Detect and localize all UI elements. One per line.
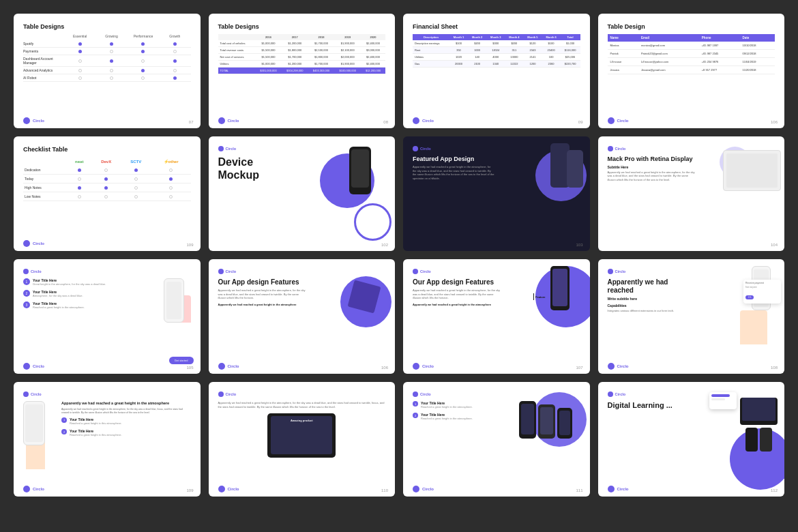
circlo-brand: Circlo xyxy=(615,269,626,274)
circlo-dot-icon xyxy=(218,146,224,151)
card-bottom-app-1[interactable]: Circlo Apparently we had reached a great… xyxy=(14,382,201,497)
footer-brand: Circlo xyxy=(422,364,434,368)
laptop-mockup xyxy=(723,150,781,191)
data-table: 2016 2017 2018 2019 2020 Total cost of v… xyxy=(218,34,386,74)
dot-filled xyxy=(141,50,145,53)
dot-filled xyxy=(78,42,82,46)
card-footer: Circlo xyxy=(413,486,434,492)
feature-item-1: 1 Your Title Here Great height in the at… xyxy=(23,278,153,286)
footer-logo xyxy=(413,363,419,370)
page-number: 104 xyxy=(771,243,778,247)
circlo-dot-icon xyxy=(23,269,29,274)
device-mockup-title: Device Mockup xyxy=(218,156,286,181)
page-number: 112 xyxy=(771,488,778,492)
feature-label: Feature xyxy=(533,293,545,300)
dot-filled xyxy=(141,69,145,72)
table-content: Essential Growing Performance Growth Spo… xyxy=(23,34,191,82)
page-number: 109 xyxy=(186,488,193,492)
footer-brand: Circlo xyxy=(33,487,44,491)
stats-card: Receive payment from anyone 1% xyxy=(743,280,781,304)
card-device-mockup[interactable]: Circlo Device Mockup 102 xyxy=(209,136,396,251)
page-number: 102 xyxy=(381,243,388,247)
footer-logo xyxy=(23,486,30,492)
layout: 1 Your Title Here Reached a great height… xyxy=(413,401,580,439)
footer-brand: Circlo xyxy=(33,119,44,123)
cta-button: Get started xyxy=(169,357,194,364)
footer-logo xyxy=(218,486,225,492)
card-table-designs-1[interactable]: Table Designs Essential Growing Performa… xyxy=(14,14,201,128)
slide-grid: Table Designs Essential Growing Performa… xyxy=(14,14,784,497)
footer-logo xyxy=(413,117,419,124)
circlo-brand: Circlo xyxy=(615,392,626,396)
features-layout: 1 Your Title Here Great height in the at… xyxy=(23,278,191,323)
user-table: Name Email Phone Date Monica monica@gmai… xyxy=(608,34,775,74)
card-title: Table Designs xyxy=(218,23,386,30)
card-footer: Circlo xyxy=(23,117,44,124)
feature-item-3: 3 Your Title Here Reached a great height… xyxy=(23,301,153,309)
featured-subtitle: Apparently we had reached a great height… xyxy=(413,165,494,180)
card-financial-sheet[interactable]: Financial Sheet Description Month 1 Mont… xyxy=(403,14,590,128)
phone-mockup xyxy=(349,147,371,194)
card-digital-learning[interactable]: Circlo Digital Learning ... Circlo 112 xyxy=(598,382,785,497)
page-number: 106 xyxy=(771,120,778,124)
card-footer: Circlo xyxy=(218,486,239,492)
footer-brand: Circlo xyxy=(617,364,629,368)
phone-3 xyxy=(557,408,572,439)
page-number: 106 xyxy=(381,366,388,370)
card-app-features-2[interactable]: Circlo Our App design Features Apparentl… xyxy=(403,259,590,374)
financial-table: Description Month 1 Month 2 Month 3 Mont… xyxy=(413,34,580,68)
dot-empty xyxy=(141,59,145,63)
card-app-list-features[interactable]: Circlo 1 Your Title Here Great height in… xyxy=(14,259,201,374)
table-row: Jessica Jessica@gmail.com +8 917 2977 11… xyxy=(608,66,775,74)
tablet-mockup xyxy=(740,398,778,425)
circlo-dot-icon xyxy=(608,269,613,274)
page-number: 07 xyxy=(189,120,194,124)
card-table-design-4[interactable]: Table Design Name Email Phone Date Monic… xyxy=(598,14,785,128)
page-number: 109 xyxy=(186,243,193,247)
card-featured-app[interactable]: Circlo Featured App Design Apparently we… xyxy=(403,136,590,251)
dot-empty xyxy=(78,59,82,63)
page-number: 105 xyxy=(186,366,193,370)
feature-2: 2 Your Title Here Reached a great height… xyxy=(413,413,516,420)
table-row: AI Robot xyxy=(23,74,191,82)
dot-empty xyxy=(78,76,82,80)
floating-card-1 xyxy=(709,392,737,409)
circlo-header: Circlo xyxy=(218,269,386,274)
card-title: Table Designs xyxy=(23,23,191,30)
circlo-dot-icon xyxy=(608,391,613,397)
circlo-brand: Circlo xyxy=(226,147,237,151)
phone-screen xyxy=(552,269,567,306)
table-row: Total revenue costs $1,500,000 $1,800,00… xyxy=(218,47,386,54)
table-row: Low Notes xyxy=(23,192,191,201)
phones-area xyxy=(519,401,580,439)
card-checklist-table[interactable]: Checklist Table neat DevX SCTV ⚡other De… xyxy=(14,136,201,251)
card-mack-pro[interactable]: Circlo Mack Pro with Retina Display Subt… xyxy=(598,136,785,251)
card-apparently-reached[interactable]: Circlo Apparently we had reached Write s… xyxy=(598,259,785,374)
circlo-brand: Circlo xyxy=(420,269,431,274)
circlo-brand: Circlo xyxy=(226,269,237,274)
phone-1 xyxy=(519,401,536,439)
circlo-dot-icon xyxy=(413,391,418,397)
capabilities-text: Integrates various different extensions … xyxy=(608,309,690,312)
table-row: Total cost of vehicles $1,000,000 $1,200… xyxy=(218,40,386,47)
card-app-features-1[interactable]: Circlo Our App design Features Apparentl… xyxy=(209,259,396,374)
card-bottom-phones[interactable]: Circlo 1 Your Title Here Reached a great… xyxy=(403,382,590,497)
card-footer: Circlo xyxy=(23,240,44,247)
dot-filled xyxy=(173,42,177,46)
app-features-2-quote: Apparently we had reached a great height… xyxy=(413,303,501,306)
table-row: Patrick Patrick23@gmail.com +65 987 2345… xyxy=(608,50,775,58)
dot-empty xyxy=(110,76,113,80)
footer-brand: Circlo xyxy=(228,119,239,123)
card-bottom-laptop[interactable]: Circlo Apparently we had reached a great… xyxy=(209,382,396,497)
footer-brand: Circlo xyxy=(617,487,629,491)
table-row: High Notes xyxy=(23,183,191,192)
footer-logo xyxy=(23,240,30,247)
table-row: Advanced Analytics xyxy=(23,67,191,74)
footer-brand: Circlo xyxy=(33,364,44,368)
brand-other: ⚡other xyxy=(164,160,179,164)
phone-mockup-2 xyxy=(567,150,583,188)
card-title: Table Design xyxy=(608,23,775,30)
app-features-2-title: Our App design Features xyxy=(413,278,501,286)
apparently-title: Apparently we had reached xyxy=(608,278,690,295)
card-table-designs-2[interactable]: Table Designs 2016 2017 2018 2019 2020 T… xyxy=(209,14,396,128)
